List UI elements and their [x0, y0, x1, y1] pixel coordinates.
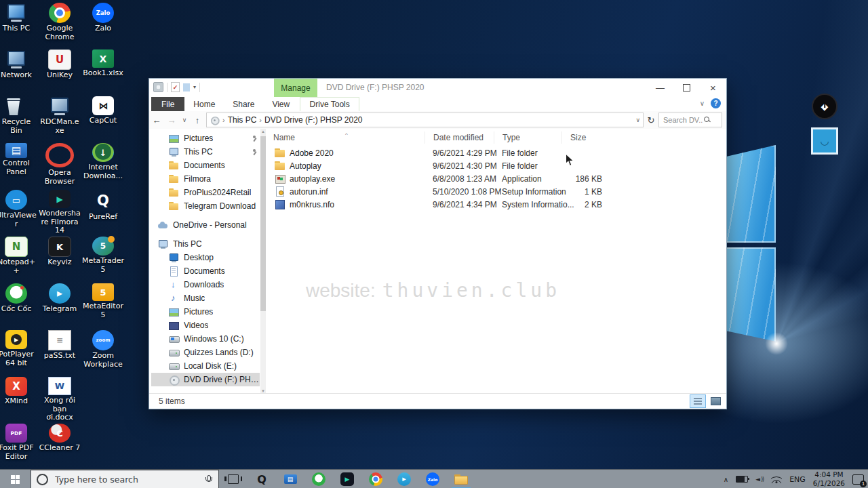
column-header-name[interactable]: ^ Name [265, 133, 425, 142]
desktop-icon-telegram[interactable]: ▸ Telegram [38, 282, 81, 329]
breadcrumb-current[interactable]: DVD Drive (F:) PHSP 2020 [264, 115, 363, 125]
up-button[interactable]: ↑ [190, 115, 205, 125]
desktop-icon-pass-txt[interactable]: ≡ paSS.txt [38, 329, 81, 375]
desktop-icon-notepad-plus-plus[interactable]: N Notepad++ [0, 235, 38, 282]
taskbar-clock[interactable]: 4:04 PM 6/1/2026 [813, 470, 845, 487]
search-input[interactable] [662, 115, 704, 125]
hidden-icons-chevron-icon[interactable]: ∧ [724, 476, 728, 483]
new-folder-icon[interactable] [183, 83, 190, 92]
tab-drive-tools[interactable]: Drive Tools [300, 97, 359, 111]
desktop-icon-opera[interactable]: Opera Browser [38, 142, 81, 188]
desktop-icon-pureref[interactable]: Q PureRef [81, 188, 125, 235]
taskbar-icon-zalo[interactable]: Zalo [418, 470, 447, 488]
search-box[interactable] [658, 113, 722, 127]
taskbar-search[interactable] [31, 470, 219, 488]
desktop-icon-book1-xlsx[interactable]: X Book1.xlsx [81, 48, 125, 95]
desktop-icon-ultraviewer[interactable]: ▭ UltraViewer [0, 188, 38, 235]
nav-item-quick-filmora[interactable]: Filmora [151, 172, 260, 186]
desktop-icon-keyviz[interactable]: K Keyviz [38, 235, 81, 282]
desktop-icon-idm[interactable]: ↓ Internet Downloa... [81, 142, 125, 188]
nav-item-videos[interactable]: Videos [151, 319, 260, 332]
taskbar-icon-task-view[interactable] [219, 470, 248, 488]
taskbar-icon-coc-coc[interactable] [304, 470, 333, 488]
desktop-icon-pen-app[interactable]: ◆ [812, 92, 837, 119]
file-row-autoplay-folder[interactable]: Autoplay 9/6/2021 4:30 PM File folder [265, 159, 726, 172]
title-bar[interactable]: ✓ ▾ Manage DVD Drive (F:) PHSP 2020 — × [149, 79, 726, 97]
tab-file[interactable]: File [151, 97, 184, 111]
desktop-icon-docx[interactable]: W Xong rồi bạn ơi.docx [38, 375, 81, 422]
desktop-icon-rdcman[interactable]: RDCMan.exe [38, 95, 81, 142]
desktop-icon-google-chrome[interactable]: Google Chrome [38, 1, 81, 48]
desktop-icon-zoom-workplace[interactable]: zoom Zoom Workplace [81, 329, 125, 375]
address-bar[interactable]: › This PC › DVD Drive (F:) PHSP 2020 ∨ [206, 113, 644, 127]
close-button[interactable]: × [700, 79, 726, 96]
taskbar-icon-file-explorer[interactable] [447, 470, 475, 488]
desktop-icon-zalo[interactable]: Zalo Zalo [81, 1, 125, 48]
taskbar-icon-chrome[interactable] [361, 470, 390, 488]
desktop-icon-metaeditor-5[interactable]: 5 MetaEditor 5 [81, 282, 125, 329]
file-row-adobe-2020[interactable]: Adobe 2020 9/6/2021 4:29 PM File folder [265, 146, 726, 159]
nav-item-downloads[interactable]: Downloads [151, 278, 260, 291]
desktop-icon-capcut[interactable]: ⋈ CapCut [81, 95, 125, 142]
nav-item-quick-telegram-download[interactable]: Telegram Download [151, 199, 260, 213]
desktop-icon-recycle-bin[interactable]: Recycle Bin [0, 95, 38, 142]
taskbar-search-input[interactable] [54, 474, 203, 485]
nav-item-quizzes-d[interactable]: Quizzes Lands (D:) [151, 346, 260, 359]
tab-share[interactable]: Share [224, 97, 263, 111]
file-row-m0nkrus-nfo[interactable]: m0nkrus.nfo 9/6/2021 4:34 PM System Info… [265, 198, 726, 211]
desktop-icon-unikey[interactable]: U UniKey [38, 48, 81, 95]
tab-view[interactable]: View [263, 97, 298, 111]
battery-icon[interactable] [736, 476, 748, 483]
nav-item-pictures[interactable]: Pictures [151, 305, 260, 319]
taskbar-icon-filmora[interactable]: ▶ [333, 470, 361, 488]
desktop-icon-coc-coc[interactable]: Cốc Cốc [0, 282, 38, 329]
nav-item-onedrive[interactable]: OneDrive - Personal [151, 218, 260, 232]
details-view-button[interactable] [690, 394, 706, 408]
nav-item-music[interactable]: Music [151, 291, 260, 305]
nav-item-quick-documents[interactable]: Documents [151, 159, 260, 172]
refresh-icon[interactable]: ↻ [644, 115, 658, 125]
properties-icon[interactable]: ✓ [171, 82, 180, 92]
maximize-button[interactable] [673, 79, 700, 96]
tab-home[interactable]: Home [184, 97, 224, 111]
microphone-icon[interactable] [205, 475, 212, 483]
nav-item-this-pc[interactable]: This PC [151, 237, 260, 251]
desktop-icon-metatrader-5[interactable]: 5 MetaTrader 5 [81, 235, 125, 282]
volume-icon[interactable] [755, 476, 764, 483]
manage-contextual-tab[interactable]: Manage [274, 79, 317, 97]
file-row-autoplay-exe[interactable]: autoplay.exe 6/8/2008 1:23 AM Applicatio… [265, 172, 726, 185]
desktop-icon-ccleaner[interactable]: C CCleaner 7 [38, 422, 81, 469]
nav-item-quick-proplus[interactable]: ProPlus2024Retail [151, 186, 260, 199]
nav-item-windows-c[interactable]: Windows 10 (C:) [151, 332, 260, 346]
column-header-date-modified[interactable]: Date modified [425, 131, 494, 144]
desktop-icon-potplayer[interactable]: ▶ PotPlayer 64 bit [0, 329, 38, 375]
language-indicator[interactable]: ENG [789, 475, 806, 484]
desktop-icon-network[interactable]: Network [0, 48, 38, 95]
desktop-icon-foxit-pdf-editor[interactable]: PDF Foxit PDF Editor [0, 422, 38, 469]
column-header-size[interactable]: Size [561, 131, 610, 144]
thumbnail-view-button[interactable] [707, 394, 724, 408]
taskbar-icon-control-panel[interactable]: ▤ [276, 470, 304, 488]
action-center-icon[interactable]: 1 [852, 474, 864, 485]
taskbar-icon-telegram[interactable]: ▸ [390, 470, 418, 488]
desktop-icon-blue-app[interactable]: ◡ [811, 126, 838, 155]
address-dropdown-icon[interactable]: ∨ [635, 117, 640, 123]
desktop-icon-filmora[interactable]: ▶ Wondershare Filmora 14 [38, 188, 81, 235]
help-icon[interactable]: ? [711, 98, 721, 108]
nav-item-dvd-f[interactable]: DVD Drive (F:) PHSP 2020 [151, 373, 260, 386]
file-row-autorun-inf[interactable]: autorun.inf 5/10/2020 1:08 PM Setup Info… [265, 185, 726, 198]
nav-item-local-e[interactable]: Local Disk (E:) [151, 359, 260, 373]
forward-button[interactable]: → [164, 115, 179, 125]
taskbar-icon-pureref[interactable]: Q [248, 470, 276, 488]
collapse-ribbon-icon[interactable]: ∨ [700, 100, 705, 107]
customize-qat-icon[interactable]: ▾ [193, 84, 196, 90]
desktop-icon-this-pc[interactable]: This PC [0, 1, 38, 48]
nav-item-quick-this-pc[interactable]: This PC [151, 145, 260, 159]
desktop-icon-xmind[interactable]: X XMind [0, 375, 38, 422]
nav-item-quick-pictures[interactable]: Pictures [151, 131, 260, 145]
nav-item-documents[interactable]: Documents [151, 264, 260, 278]
recent-locations-icon[interactable]: ∨ [179, 117, 190, 123]
column-header-type[interactable]: Type [494, 131, 561, 144]
breadcrumb-this-pc[interactable]: This PC [228, 115, 257, 125]
wifi-icon[interactable] [771, 476, 782, 483]
